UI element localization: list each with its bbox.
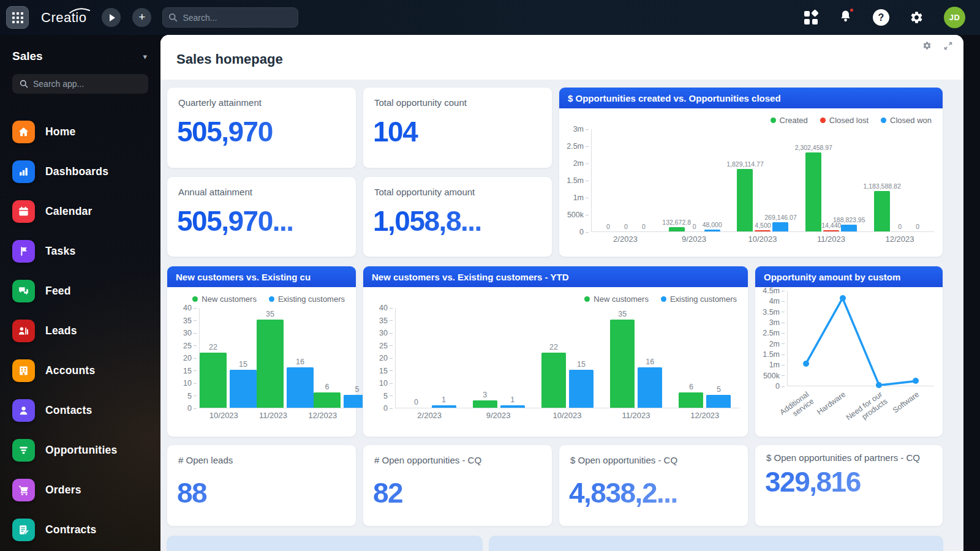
y-tick-label: 2.5m xyxy=(763,329,785,337)
sidebar-item-accounts[interactable]: Accounts xyxy=(0,351,160,391)
y-tick-label: 5 xyxy=(187,392,197,400)
sidebar-item-label: Leads xyxy=(45,324,77,337)
app-search-input[interactable] xyxy=(12,74,148,94)
bar-value-label: 22 xyxy=(209,343,217,351)
plus-icon: + xyxy=(138,11,145,23)
user-avatar[interactable]: JD xyxy=(944,7,965,28)
bar[interactable] xyxy=(805,152,821,231)
sidebar-item-opportunities[interactable]: Opportunities xyxy=(0,430,160,470)
bar-wrap: 0 xyxy=(636,223,652,231)
data-point[interactable] xyxy=(840,295,846,301)
chart-title[interactable]: Opportunity amount by custom xyxy=(755,266,943,287)
sidebar-item-label: Contacts xyxy=(45,404,92,417)
sidebar-item-orders[interactable]: Orders xyxy=(0,470,160,510)
bar[interactable] xyxy=(737,169,753,231)
bar-value-label: 0 xyxy=(898,223,902,230)
bar[interactable] xyxy=(610,320,635,408)
bar-wrap: 269,146.07 xyxy=(772,214,788,231)
bar-wrap: 1 xyxy=(432,395,456,408)
x-tick-label: 10/2023 xyxy=(728,234,797,244)
chart-legend: CreatedClosed lostClosed won xyxy=(563,113,932,127)
page-settings-gear-icon[interactable] xyxy=(922,41,932,50)
global-search-input[interactable] xyxy=(162,7,298,28)
line-series xyxy=(788,291,934,386)
settings-gear-icon[interactable] xyxy=(910,10,924,24)
notifications-button[interactable] xyxy=(839,9,853,26)
data-point[interactable] xyxy=(913,378,919,384)
bar[interactable] xyxy=(638,367,662,408)
y-tick-label: 0 xyxy=(579,228,589,236)
chart-title[interactable]: New customers vs. Existing customers - Y… xyxy=(363,266,748,287)
sidebar-item-contacts[interactable]: Contacts xyxy=(0,391,160,430)
kpi-value: 104 xyxy=(363,109,552,146)
legend-label: Closed lost xyxy=(829,116,869,125)
sidebar-item-feed[interactable]: Feed xyxy=(0,271,160,311)
y-tick-label: 15 xyxy=(379,367,393,375)
bar[interactable] xyxy=(841,225,857,231)
legend-label: Closed won xyxy=(890,116,932,125)
bar[interactable] xyxy=(755,230,771,231)
bar[interactable] xyxy=(257,320,284,408)
y-tick-label: 2m xyxy=(769,340,785,348)
kpi-title: Total opportunity count xyxy=(363,88,552,109)
kpi-value: 505,970 xyxy=(167,109,356,146)
bar[interactable] xyxy=(432,405,456,408)
bar[interactable] xyxy=(569,370,594,408)
legend-label: Existing customers xyxy=(278,294,345,304)
x-tick-label: 12/2023 xyxy=(865,234,934,244)
bar[interactable] xyxy=(706,395,731,408)
kpi-title: Annual attainment xyxy=(167,177,356,198)
workspace-selector[interactable]: Sales ▾ xyxy=(0,35,160,63)
next-widget-sliver xyxy=(167,536,483,551)
bar[interactable] xyxy=(230,370,257,408)
bar[interactable] xyxy=(473,400,497,408)
bar[interactable] xyxy=(314,392,341,408)
contracts-icon xyxy=(12,519,35,541)
bar[interactable] xyxy=(287,367,314,408)
help-button[interactable]: ? xyxy=(873,9,889,26)
bar[interactable] xyxy=(704,230,720,231)
chevron-down-icon: ▾ xyxy=(143,52,147,61)
bar-wrap: 0 xyxy=(892,223,908,231)
sidebar-item-calendar[interactable]: Calendar xyxy=(0,192,160,231)
question-icon: ? xyxy=(878,12,884,23)
bar-value-label: 269,146.07 xyxy=(764,214,797,221)
bar-wrap: 16 xyxy=(638,358,662,408)
sidebar-item-home[interactable]: Home xyxy=(0,112,160,152)
calendar-icon xyxy=(12,200,35,223)
bar[interactable] xyxy=(772,222,788,231)
bar-wrap: 15 xyxy=(569,360,594,408)
sidebar-item-contracts[interactable]: Contracts xyxy=(0,510,160,550)
y-tick-label: 35 xyxy=(183,317,197,325)
bar-group: 2215 xyxy=(200,343,257,408)
y-tick-label: 5 xyxy=(383,392,393,400)
workspaces-icon[interactable] xyxy=(804,10,818,25)
bar[interactable] xyxy=(541,353,566,408)
add-new-button[interactable]: + xyxy=(132,8,151,27)
y-tick-label: 3m xyxy=(573,125,589,133)
expand-icon[interactable] xyxy=(944,42,952,50)
bar[interactable] xyxy=(500,405,525,408)
y-tick-label: 10 xyxy=(183,379,197,388)
data-point[interactable] xyxy=(803,361,809,367)
main-panel: Sales homepage Quarterly attainment 505,… xyxy=(160,35,963,551)
bar[interactable] xyxy=(823,230,839,231)
chart-body: 403530252015105001312215351665 xyxy=(367,308,739,408)
bar[interactable] xyxy=(874,191,890,231)
chart-title[interactable]: $ Opportunities created vs. Opportunitie… xyxy=(559,88,943,108)
run-process-button[interactable] xyxy=(102,8,121,27)
sidebar-item-tasks[interactable]: Tasks xyxy=(0,231,160,271)
search-icon xyxy=(168,12,178,23)
y-tick-label: 3.5m xyxy=(763,308,785,317)
bar-value-label: 188,823.95 xyxy=(833,216,865,223)
sidebar-item-dashboards[interactable]: Dashboards xyxy=(0,152,160,192)
sidebar-menu: HomeDashboardsCalendarTasksFeedLeadsAcco… xyxy=(0,112,160,550)
chart-title[interactable]: New customers vs. Existing cu xyxy=(167,266,356,287)
legend-dot xyxy=(584,296,590,302)
bar[interactable] xyxy=(200,353,227,408)
app-launcher-icon[interactable] xyxy=(6,6,29,29)
sidebar-item-leads[interactable]: Leads xyxy=(0,311,160,351)
y-tick-label: 10 xyxy=(379,379,393,388)
bar[interactable] xyxy=(669,227,685,231)
bar[interactable] xyxy=(679,392,703,408)
